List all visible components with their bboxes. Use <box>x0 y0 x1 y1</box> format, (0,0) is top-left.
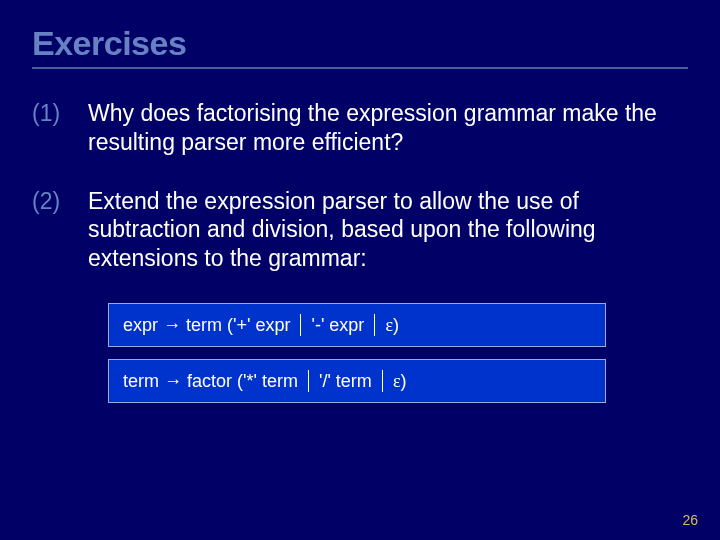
grammar-alt: '/' term <box>319 371 372 391</box>
grammar-alt: '-' expr <box>311 315 364 335</box>
title-underline <box>32 67 688 69</box>
bar-icon <box>382 370 383 392</box>
item-body: Extend the expression parser to allow th… <box>88 187 688 273</box>
grammar-lhs: term <box>123 371 159 391</box>
bar-icon <box>374 314 375 336</box>
grammar-close: ) <box>400 371 406 391</box>
grammar-alt: term ('+' expr <box>186 315 290 335</box>
item-number: (2) <box>32 187 88 216</box>
grammar-lhs: expr <box>123 315 158 335</box>
grammar-rule-term: term → factor ('*' term '/' term ε) <box>108 359 606 403</box>
item-number: (1) <box>32 99 88 128</box>
bar-icon <box>300 314 301 336</box>
grammar-alt: factor ('*' term <box>187 371 298 391</box>
item-body: Why does factorising the expression gram… <box>88 99 688 157</box>
exercise-item: (1) Why does factorising the expression … <box>32 99 688 157</box>
epsilon-icon: ε <box>385 315 393 335</box>
grammar-block: expr → term ('+' expr '-' expr ε) term →… <box>108 303 606 403</box>
grammar-rule-expr: expr → term ('+' expr '-' expr ε) <box>108 303 606 347</box>
bar-icon <box>308 370 309 392</box>
slide: Exercises (1) Why does factorising the e… <box>0 0 720 540</box>
exercise-item: (2) Extend the expression parser to allo… <box>32 187 688 273</box>
arrow-icon: → <box>163 315 181 335</box>
page-number: 26 <box>682 512 698 528</box>
grammar-close: ) <box>393 315 399 335</box>
arrow-icon: → <box>164 371 182 391</box>
slide-title: Exercises <box>32 24 688 63</box>
